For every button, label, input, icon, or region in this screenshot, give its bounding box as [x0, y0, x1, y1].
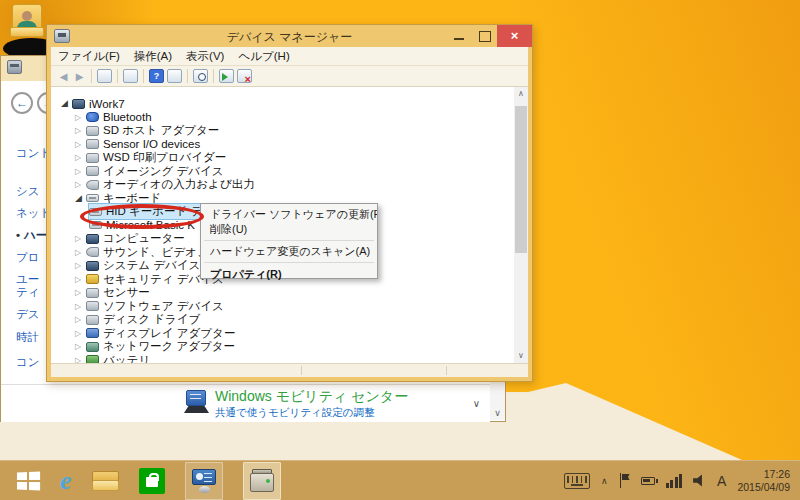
tree-item-wsd-print[interactable]: ▷ WSD 印刷プロバイダー [51, 151, 510, 165]
tree-item-audio[interactable]: ▷ オーディオの入力および出力 [51, 178, 510, 192]
sidebar-item-hardware-current[interactable]: ハー [16, 228, 47, 243]
tree-item-software-devices[interactable]: ▷ ソフトウェア デバイス [51, 300, 510, 314]
mobility-center-link[interactable]: Windows モビリティ センター [215, 388, 408, 406]
sensor-icon [86, 288, 99, 298]
forward-icon[interactable]: ▶ [73, 71, 86, 82]
back-button[interactable]: ← [11, 92, 33, 114]
internet-explorer-icon[interactable]: e [60, 468, 72, 494]
touch-keyboard-icon[interactable] [564, 473, 590, 489]
context-menu: ドライバー ソフトウェアの更新(P)... 削除(U) ハードウェア変更のスキャ… [200, 203, 378, 279]
expander-closed-icon[interactable]: ▷ [75, 111, 86, 124]
mobility-base [184, 406, 209, 413]
tree-item-sensors[interactable]: ▷ センサー [51, 286, 510, 300]
clock[interactable]: 17:26 2015/04/09 [737, 468, 790, 494]
scan-hardware-icon[interactable] [193, 69, 208, 83]
menu-item-scan-hardware-changes[interactable]: ハードウェア変更のスキャン(A) [201, 244, 377, 259]
sidebar-item-ease[interactable]: コン [16, 355, 40, 370]
expander-closed-icon[interactable]: ▷ [75, 286, 86, 299]
action-center-flag-icon[interactable] [619, 473, 630, 488]
properties-icon[interactable] [123, 69, 138, 83]
menu-item-uninstall[interactable]: 削除(U) [201, 222, 377, 237]
expander-closed-icon[interactable]: ▷ [75, 151, 86, 164]
sidebar-item-programs[interactable]: プロ [16, 250, 40, 265]
clock-time: 17:26 [737, 468, 790, 481]
audio-icon [86, 180, 99, 190]
expander-closed-icon[interactable]: ▷ [75, 124, 86, 137]
expander-closed-icon[interactable]: ▷ [75, 165, 86, 178]
file-explorer-icon[interactable] [92, 471, 119, 491]
tree-item-sd-host[interactable]: ▷ SD ホスト アダプター [51, 124, 510, 138]
chevron-down-icon[interactable]: ∨ [473, 398, 480, 409]
titlebar: デバイス マネージャー × [47, 25, 532, 47]
control-panel-app-icon [191, 469, 217, 493]
system-icon [86, 261, 99, 271]
expander-closed-icon[interactable]: ▷ [75, 300, 86, 313]
minimize-button[interactable] [447, 25, 472, 47]
expander-closed-icon[interactable]: ▷ [75, 354, 86, 363]
sidebar-item-clock[interactable]: 時計 [16, 330, 39, 345]
power-battery-icon[interactable] [641, 477, 655, 485]
maximize-button[interactable] [472, 25, 497, 47]
device-manager-taskbar-button[interactable] [243, 462, 281, 500]
scrollbar-thumb[interactable] [515, 106, 527, 253]
tree-scrollbar[interactable]: ∧ ∨ [514, 87, 528, 363]
expander-closed-icon[interactable]: ▷ [75, 340, 86, 353]
tree-item-label: iWork7 [89, 98, 125, 110]
tree-item-display-adapters[interactable]: ▷ ディスプレイ アダプター [51, 327, 510, 341]
expander-open-icon[interactable]: ◢ [61, 97, 72, 110]
uninstall-device-icon[interactable] [237, 69, 252, 83]
tree-item-battery[interactable]: ▷ バッテリ [51, 354, 510, 364]
scroll-down-arrow-icon[interactable]: ∨ [514, 349, 528, 363]
tree-item-bluetooth[interactable]: ▷ Bluetooth [51, 111, 510, 125]
sidebar-item-users-wrap[interactable]: ティ [16, 285, 40, 300]
security-key-icon [86, 274, 99, 284]
sidebar-item-system[interactable]: シス [16, 184, 40, 199]
expander-closed-icon[interactable]: ▷ [75, 246, 86, 259]
sd-host-icon [86, 126, 99, 136]
menu-action[interactable]: 操作(A) [127, 49, 179, 64]
sidebar-item-desktop[interactable]: デス [16, 307, 40, 322]
expander-closed-icon[interactable]: ▷ [75, 327, 86, 340]
mobility-screen [186, 390, 206, 406]
window-icon[interactable] [167, 69, 182, 83]
menu-item-update-driver[interactable]: ドライバー ソフトウェアの更新(P)... [201, 207, 377, 222]
expander-closed-icon[interactable]: ▷ [75, 273, 86, 286]
tree-item-network-adapters[interactable]: ▷ ネットワーク アダプター [51, 340, 510, 354]
expander-closed-icon[interactable]: ▷ [75, 138, 86, 151]
ime-indicator[interactable]: A [717, 473, 726, 489]
update-driver-icon[interactable] [219, 69, 234, 83]
tree-item-label: Sensor I/O devices [103, 138, 200, 150]
control-panel-icon [7, 60, 22, 74]
tree-item-imaging[interactable]: ▷ イメージング デバイス [51, 165, 510, 179]
tree-item-disk-drives[interactable]: ▷ ディスク ドライブ [51, 313, 510, 327]
expander-open-icon[interactable]: ◢ [75, 192, 86, 205]
start-button[interactable] [17, 471, 40, 490]
battery-icon [86, 355, 99, 363]
help-icon[interactable]: ? [149, 69, 164, 83]
scroll-down-arrow-icon[interactable]: ∨ [490, 408, 505, 418]
mobility-center-sublink[interactable]: 共通で使うモビリティ設定の調整 [215, 406, 374, 420]
expander-closed-icon[interactable]: ▷ [75, 178, 86, 191]
tree-item-sensor-io[interactable]: ▷ Sensor I/O devices [51, 138, 510, 152]
expander-closed-icon[interactable]: ▷ [75, 232, 86, 245]
tree-item-computer-root[interactable]: ◢ iWork7 [51, 97, 510, 111]
menu-file[interactable]: ファイル(F) [51, 49, 127, 64]
annotation-red-circle [80, 204, 204, 229]
network-signal-icon[interactable] [666, 474, 683, 488]
expander-closed-icon[interactable]: ▷ [75, 313, 86, 326]
menu-item-properties[interactable]: プロパティ(R) [201, 266, 377, 283]
mobility-center-section: Windows モビリティ センター 共通で使うモビリティ設定の調整 ∨ [1, 384, 490, 422]
expander-closed-icon[interactable]: ▷ [75, 259, 86, 272]
toolbar-separator [91, 69, 92, 83]
back-icon[interactable]: ◀ [57, 71, 70, 82]
show-console-tree-icon[interactable] [97, 69, 112, 83]
toolbar: ◀ ▶ ? [51, 66, 528, 87]
volume-icon[interactable] [693, 474, 706, 487]
windows-store-icon[interactable] [139, 468, 165, 494]
menu-help[interactable]: ヘルプ(H) [231, 49, 296, 64]
menu-view[interactable]: 表示(V) [179, 49, 231, 64]
close-button[interactable]: × [497, 25, 532, 47]
hidden-icons-chevron-icon[interactable]: ∧ [601, 476, 608, 486]
scroll-up-arrow-icon[interactable]: ∧ [514, 87, 528, 101]
control-panel-taskbar-button[interactable] [185, 462, 223, 500]
